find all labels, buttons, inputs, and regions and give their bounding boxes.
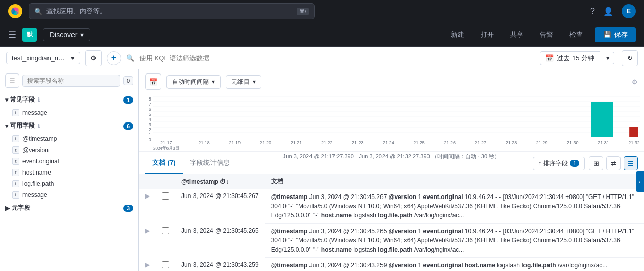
sidebar-item-event-original[interactable]: t event.original	[0, 156, 138, 167]
no-details-button[interactable]: 无细目 ▾	[226, 75, 261, 89]
help-icon[interactable]: ?	[590, 7, 595, 16]
time-picker-button[interactable]: 📅 过去 15 分钟	[540, 51, 600, 65]
sidebar-item-version[interactable]: t @version	[0, 144, 138, 156]
user-icon[interactable]: 👤	[603, 7, 613, 16]
meta-fields-header[interactable]: ▶ 元字段 3	[0, 201, 138, 215]
chevron-down-icon-details: ▾	[253, 78, 256, 85]
available-fields-header[interactable]: ▾ 可用字段 ℹ 6	[0, 118, 138, 133]
refresh-button[interactable]: ↻	[622, 50, 638, 66]
sidebar: ☰ 0 ▾ 常见字段 ℹ 1 t message ▾ 可用字段 ℹ	[0, 69, 139, 271]
chart-calendar-button[interactable]: 📅	[145, 73, 161, 90]
filter-count-badge: 0	[123, 76, 133, 85]
app-icon: 默	[22, 28, 37, 42]
results-table: @timestamp ⏱↓ 文档 ▶ Jun 3, 2024 @ 21:30:4…	[139, 174, 644, 271]
timestamp-col-header[interactable]: @timestamp ⏱↓	[175, 174, 265, 189]
elastic-logo[interactable]	[8, 4, 22, 18]
timestamp-col-label: @timestamp	[181, 178, 218, 185]
inspect-button[interactable]: 告警	[536, 28, 557, 41]
row-checkbox-2[interactable]	[162, 227, 169, 234]
field-name-event-original: event.original	[22, 158, 59, 165]
sidebar-item-log-file-path[interactable]: t log.file.path	[0, 178, 138, 189]
discover-button[interactable]: Discover ▾	[43, 28, 90, 41]
doc-cell-2: @timestamp Jun 3, 2024 @ 21:30:45.265 @v…	[265, 224, 644, 258]
index-selector[interactable]: test_xingdian_nginx ▾	[6, 52, 80, 64]
avatar[interactable]: E	[622, 4, 636, 18]
new-button[interactable]: 新建	[447, 28, 468, 41]
save-button[interactable]: 💾 保存	[595, 27, 636, 42]
chart-svg	[153, 96, 640, 137]
time-dropdown-button[interactable]: ▾	[602, 52, 614, 64]
field-type-t-eo: t	[12, 158, 19, 165]
expand-icon-3[interactable]: ▶	[145, 261, 150, 268]
global-search-box[interactable]: 🔍 查找应用、内容等。 ⌘/	[29, 3, 315, 19]
alerts-button[interactable]: 检查	[565, 28, 587, 41]
calendar-icon: 📅	[545, 54, 554, 62]
refresh-icon: ↻	[627, 54, 633, 62]
meta-fields-section: ▶ 元字段 3	[0, 201, 138, 215]
available-fields-count: 6	[123, 122, 133, 130]
content-area: 📅 自动时间间隔 ▾ 无细目 ▾ ⚙ 876543210	[139, 69, 644, 271]
checkbox-cell-1[interactable]	[156, 189, 175, 224]
common-fields-header[interactable]: ▾ 常见字段 ℹ 1	[0, 92, 138, 107]
svg-rect-14	[591, 102, 613, 137]
discover-label: Discover	[50, 31, 77, 39]
no-details-label: 无细目	[231, 78, 250, 86]
timestamp-cell-2: Jun 3, 2024 @ 21:30:45.265	[175, 224, 265, 258]
search-icon: 🔍	[34, 8, 42, 15]
filter-bar: test_xingdian_nginx ▾ ⚙ + 🔍 📅 过去 15 分钟 ▾…	[0, 47, 644, 69]
field-search-input[interactable]	[22, 75, 120, 87]
sidebar-field-filter-button[interactable]: ☰	[5, 73, 19, 88]
chart-y-axis: 876543210	[143, 96, 153, 140]
doc-cell-1: @timestamp Jun 3, 2024 @ 21:30:45.267 @v…	[265, 189, 644, 224]
search-shortcut: ⌘/	[297, 8, 309, 15]
chart-settings-button[interactable]: ⚙	[632, 78, 638, 86]
doc-cell-3: @timestamp Jun 3, 2024 @ 21:30:43.259 @v…	[265, 258, 644, 271]
table-row: ▶ Jun 3, 2024 @ 21:30:43.259 @timestamp …	[139, 258, 644, 271]
field-name-message: message	[22, 109, 47, 116]
kql-input[interactable]	[139, 54, 535, 62]
index-name: test_xingdian_nginx	[12, 54, 68, 62]
meta-fields-count: 3	[123, 205, 133, 212]
chart-toolbar: 📅 自动时间间隔 ▾ 无细目 ▾ ⚙	[139, 69, 644, 94]
field-type-t-v: t	[12, 146, 19, 154]
nav-right: ? 👤 E	[590, 4, 636, 18]
sidebar-item-timestamp[interactable]: t @timestamp	[0, 133, 138, 144]
sidebar-item-host-name[interactable]: t host.name	[0, 167, 138, 178]
sort-icon-ts: ⏱↓	[220, 178, 229, 185]
checkbox-cell-2[interactable]	[156, 224, 175, 258]
chevron-down-icon-common: ▾	[5, 96, 8, 104]
add-filter-button[interactable]: +	[107, 51, 121, 65]
global-search-placeholder: 查找应用、内容等。	[46, 7, 106, 16]
expand-cell-2[interactable]: ▶	[139, 224, 156, 258]
chart-x-axis: 21:17 2024年6月3日 21:18 21:19 21:20 21:21 …	[139, 140, 644, 151]
chart-container: 876543210	[139, 94, 644, 153]
results-area: 文档 (7) 字段统计信息 ↑ 排序字段 1 ⊞ ⇄ ☰	[139, 153, 644, 271]
row-checkbox-3[interactable]	[162, 261, 169, 268]
expand-icon-2[interactable]: ▶	[145, 227, 150, 234]
sidebar-item-message-common[interactable]: t message	[0, 107, 138, 118]
hamburger-icon[interactable]: ☰	[8, 29, 16, 40]
row-checkbox-1[interactable]	[162, 192, 169, 200]
auto-interval-button[interactable]: 自动时间间隔 ▾	[166, 75, 221, 89]
expand-icon-1[interactable]: ▶	[145, 192, 150, 200]
expand-col-header	[139, 174, 156, 189]
share-button[interactable]: 共享	[506, 28, 528, 41]
expand-cell-3[interactable]: ▶	[139, 258, 156, 271]
checkbox-cell-3[interactable]	[156, 258, 175, 271]
timestamp-cell-1: Jun 3, 2024 @ 21:30:45.267	[175, 189, 265, 224]
sidebar-search-bar: ☰ 0	[0, 69, 138, 92]
field-name-timestamp: @timestamp	[22, 135, 57, 142]
chart-settings-icon: ⚙	[632, 78, 638, 86]
common-fields-label: 常见字段	[10, 95, 35, 104]
open-button[interactable]: 打开	[476, 28, 498, 41]
field-type-t-lfp: t	[12, 180, 19, 187]
right-panel-toggle[interactable]: ‹	[636, 171, 644, 192]
sidebar-item-message-available[interactable]: t message	[0, 189, 138, 201]
expand-cell-1[interactable]: ▶	[139, 189, 156, 224]
save-icon: 💾	[603, 31, 611, 38]
field-type-t-ts: t	[12, 135, 19, 142]
filter-icon-button[interactable]: ⚙	[85, 50, 102, 66]
chevron-down-icon-time: ▾	[606, 54, 610, 62]
field-type-t-hn: t	[12, 169, 19, 176]
time-filter: 📅 过去 15 分钟 ▾	[540, 51, 614, 65]
